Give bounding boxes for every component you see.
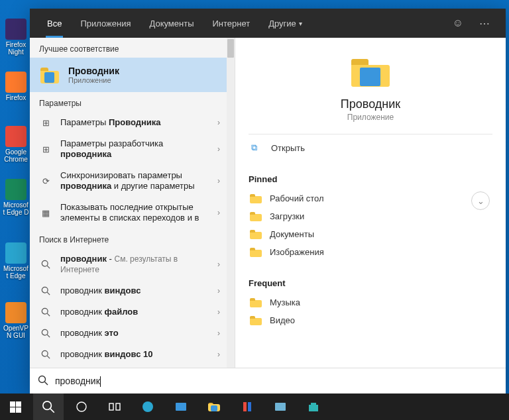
settings-icon: ⟳ [39, 176, 52, 186]
svg-line-15 [50, 409, 54, 413]
chevron-right-icon: › [217, 286, 227, 295]
svg-rect-18 [116, 403, 120, 410]
expand-button[interactable]: ⌄ [471, 191, 490, 210]
svg-rect-17 [109, 403, 113, 410]
chevron-right-icon: › [217, 329, 227, 338]
tab-all[interactable]: Все [39, 9, 70, 38]
taskbar-mail-icon[interactable] [166, 394, 196, 420]
svg-rect-23 [275, 403, 286, 411]
results-panel: Лучшее соответствие Проводник Приложение… [30, 38, 235, 368]
search-box[interactable]: проводник [30, 368, 506, 394]
taskbar-explorer-icon[interactable] [199, 394, 229, 420]
best-match-title: Проводник [68, 66, 119, 76]
section-settings: Параметры [30, 92, 235, 112]
search-flyout: Все Приложения Документы Интернет Другие… [30, 9, 506, 394]
chevron-right-icon: › [217, 307, 227, 317]
desktop-icon[interactable]: Firefox Night [3, 19, 29, 56]
svg-rect-21 [243, 402, 247, 411]
settings-result[interactable]: ⟳Синхронизировать параметры проводника и… [30, 165, 235, 197]
folder-item[interactable]: Документы [249, 225, 492, 243]
taskbar-edge-icon[interactable] [133, 394, 163, 420]
tab-docs[interactable]: Документы [141, 9, 201, 38]
preview-title: Проводник [341, 97, 400, 111]
best-match-item[interactable]: Проводник Приложение [30, 58, 235, 92]
taskbar [0, 394, 509, 420]
section-web: Поиск в Интернете [30, 229, 235, 248]
svg-line-7 [47, 335, 50, 337]
pinned-heading: Pinned [249, 174, 492, 184]
folder-icon [250, 212, 262, 221]
frequent-heading: Frequent [249, 278, 492, 288]
search-icon [39, 329, 52, 338]
desktop-icon[interactable]: Google Chrome [3, 126, 29, 163]
settings-result[interactable]: ⊞Параметры разработчика проводника› [30, 133, 235, 165]
chevron-right-icon: › [217, 144, 227, 154]
tab-apps[interactable]: Приложения [72, 9, 139, 38]
chevron-right-icon: › [217, 350, 227, 359]
folder-item[interactable]: Изображения [249, 243, 492, 261]
web-result[interactable]: проводник - См. результаты в Интернете› [30, 248, 235, 280]
desktop-icon[interactable]: Microsoft Edge [3, 242, 29, 280]
desktop-icon[interactable]: OpenVPN GUI [3, 302, 29, 339]
section-best-match: Лучшее соответствие [30, 38, 235, 58]
preview-subtitle: Приложение [347, 113, 394, 122]
folder-item[interactable]: Загрузки [249, 207, 492, 225]
web-result[interactable]: проводник файлов› [30, 301, 235, 323]
chevron-right-icon: › [217, 176, 227, 185]
settings-result[interactable]: ▦Показывать последние открытые элементы … [30, 197, 235, 229]
search-icon [39, 307, 52, 317]
start-button[interactable] [0, 394, 30, 420]
taskbar-search-button[interactable] [33, 394, 64, 420]
folder-item[interactable]: Видео [249, 311, 492, 329]
settings-result[interactable]: ⊞Параметры Проводника› [30, 112, 235, 133]
svg-line-9 [47, 356, 50, 358]
scrollbar[interactable] [227, 38, 235, 368]
best-match-subtitle: Приложение [68, 76, 119, 84]
search-input[interactable]: проводник [55, 376, 101, 387]
svg-point-16 [77, 402, 86, 411]
chevron-right-icon: › [217, 208, 227, 217]
svg-point-0 [42, 260, 48, 266]
taskbar-photos-icon[interactable] [265, 394, 296, 420]
svg-point-19 [142, 401, 153, 412]
svg-point-4 [42, 308, 48, 314]
tab-other[interactable]: Другие▾ [260, 9, 310, 38]
web-result[interactable]: проводник виндовс› [30, 280, 235, 301]
folder-icon [250, 194, 262, 203]
settings-icon: ⊞ [39, 144, 52, 154]
web-result[interactable]: проводник скачать на пк› [30, 365, 235, 368]
feedback-icon[interactable]: ☺ [446, 17, 470, 29]
svg-rect-22 [248, 402, 251, 411]
taskbar-taskview-button[interactable] [99, 394, 130, 420]
svg-point-2 [42, 287, 48, 293]
svg-point-6 [42, 329, 48, 335]
search-icon [39, 286, 52, 295]
svg-line-5 [47, 313, 50, 316]
folder-icon [250, 298, 262, 307]
chevron-right-icon: › [217, 118, 227, 127]
svg-point-8 [42, 350, 48, 356]
folder-item[interactable]: Музыка [249, 293, 492, 311]
taskbar-store-icon[interactable] [298, 394, 329, 420]
svg-line-3 [47, 292, 50, 295]
action-open[interactable]: ⧉ Открыть [249, 134, 492, 157]
svg-line-1 [47, 266, 50, 268]
svg-line-13 [45, 382, 48, 386]
desktop-icon[interactable]: Microsoft Edge D [3, 179, 29, 216]
search-icon [39, 350, 52, 359]
tab-internet[interactable]: Интернет [204, 9, 258, 38]
preview-panel: Проводник Приложение ⧉ Открыть ⌄ Pinned … [235, 38, 506, 368]
web-result[interactable]: проводник это› [30, 323, 235, 344]
folder-icon [250, 316, 262, 325]
svg-point-14 [43, 401, 52, 410]
web-result[interactable]: проводник виндовс 10› [30, 344, 235, 365]
svg-point-12 [39, 376, 46, 383]
taskbar-office-icon[interactable] [232, 394, 262, 420]
folder-icon [250, 230, 262, 239]
folder-item[interactable]: Рабочий стол [249, 189, 492, 207]
folder-icon [250, 248, 262, 257]
taskbar-cortana-button[interactable] [66, 394, 97, 420]
settings-icon: ▦ [39, 208, 52, 218]
more-icon[interactable]: ⋯ [473, 17, 496, 30]
desktop-icon[interactable]: Firefox [3, 72, 29, 101]
